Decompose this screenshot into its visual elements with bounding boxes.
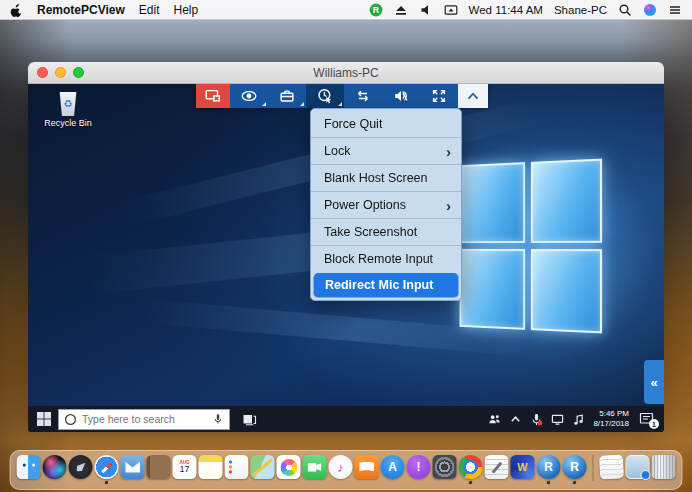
dropdown-indicator-icon — [262, 102, 266, 106]
dock-icon-siri[interactable] — [43, 455, 67, 479]
volume-icon[interactable] — [419, 3, 433, 17]
calendar-day: 17 — [179, 465, 189, 474]
window-titlebar[interactable]: Williams-PC — [28, 62, 664, 84]
dock-icon-launchpad[interactable] — [69, 455, 93, 479]
transfer-button[interactable] — [344, 84, 382, 108]
close-button[interactable] — [37, 67, 48, 78]
menu-item-label: Blank Host Screen — [324, 171, 451, 185]
dock-icon-remotepc-1[interactable]: R — [537, 455, 561, 479]
dock-icon-notes[interactable] — [199, 455, 223, 479]
dock-icon-documents-stack[interactable] — [599, 454, 624, 479]
dock: AUG17♪A!WRR — [10, 450, 683, 490]
actions-icon — [316, 87, 334, 105]
audio-muted-button[interactable] — [382, 84, 420, 108]
remote-toolbar — [196, 84, 488, 108]
dock-icon-minimized-window[interactable] — [626, 455, 650, 479]
remote-desktop-view[interactable]: ♻ Recycle Bin Force QuitLock›Blank Host … — [28, 84, 664, 432]
menubar-menu-help[interactable]: Help — [174, 3, 199, 17]
side-panel-toggle[interactable]: « — [644, 360, 664, 404]
menu-item-label: Block Remote Input — [324, 252, 451, 266]
menu-item-power-options[interactable]: Power Options› — [311, 191, 461, 218]
running-indicator — [105, 481, 108, 484]
mic-alert-icon[interactable] — [530, 413, 543, 426]
dock-icon-itunes[interactable]: ♪ — [329, 455, 353, 479]
menu-item-lock[interactable]: Lock› — [311, 137, 461, 164]
running-indicator — [573, 481, 576, 484]
dock-divider — [593, 455, 594, 481]
dock-icon-finder[interactable] — [17, 455, 41, 479]
dock-icon-w-app[interactable]: W — [511, 455, 535, 479]
actions-menu: Force QuitLock›Blank Host ScreenPower Op… — [310, 108, 462, 301]
search-icon[interactable] — [618, 3, 632, 17]
dock-icon-remotepc-2[interactable]: R — [563, 455, 587, 479]
people-icon[interactable] — [488, 413, 501, 426]
dock-glyph: R — [544, 461, 553, 473]
running-indicator — [469, 481, 472, 484]
chevron-left-double-icon: « — [650, 375, 657, 390]
transfer-icon — [354, 87, 372, 105]
menubar-menu-edit[interactable]: Edit — [139, 3, 160, 17]
taskbar-search[interactable] — [58, 409, 230, 430]
recycle-bin[interactable]: ♻ Recycle Bin — [38, 92, 98, 128]
dock-icon-mail[interactable] — [121, 455, 145, 479]
traffic-lights — [37, 62, 84, 83]
cortana-icon — [64, 413, 77, 426]
menu-item-take-screenshot[interactable]: Take Screenshot — [311, 218, 461, 245]
dock-icon-app-store[interactable]: A — [381, 455, 405, 479]
dock-icon-trash[interactable] — [652, 455, 676, 479]
hidden-icons-icon[interactable] — [509, 413, 522, 426]
menubar-clock[interactable]: Wed 11:44 AM — [469, 4, 543, 16]
submenu-arrow-icon: › — [446, 198, 451, 213]
dock-icon-photos[interactable] — [277, 455, 301, 479]
tools-button[interactable] — [268, 84, 306, 108]
actions-button[interactable] — [306, 84, 344, 108]
notification-list-icon[interactable] — [668, 3, 682, 17]
taskbar-time: 5:46 PM — [599, 409, 629, 418]
taskbar-clock[interactable]: 5:46 PM 8/17/2018 — [593, 409, 629, 428]
zoom-button[interactable] — [73, 67, 84, 78]
windows-taskbar: 5:46 PM 8/17/2018 1 — [28, 406, 664, 432]
windows-logo — [460, 159, 602, 334]
menubar-menus: EditHelp — [139, 3, 198, 17]
dock-icon-calendar[interactable]: AUG17 — [173, 455, 197, 479]
dock-glyph: ♪ — [337, 461, 344, 474]
display-icon[interactable] — [551, 413, 564, 426]
menu-item-force-quit[interactable]: Force Quit — [311, 110, 461, 137]
minimize-button[interactable] — [55, 67, 66, 78]
view-button[interactable] — [230, 84, 268, 108]
dock-icon-ibooks[interactable] — [355, 455, 379, 479]
action-center-button[interactable]: 1 — [639, 412, 654, 426]
taskbar-tray: 5:46 PM 8/17/2018 1 — [488, 409, 658, 428]
display-mirror-icon[interactable] — [444, 3, 458, 17]
menu-item-redirect-mic-input[interactable]: Redirect Mic Input — [313, 273, 459, 298]
windows-logo-pane — [460, 249, 526, 330]
menu-item-label: Take Screenshot — [324, 225, 451, 239]
remotepc-status-icon[interactable]: R — [369, 3, 383, 17]
start-button[interactable] — [36, 411, 52, 427]
dock-glyph: ! — [417, 461, 421, 473]
dock-icon-facetime[interactable] — [303, 455, 327, 479]
menu-item-block-remote-input[interactable]: Block Remote Input — [311, 245, 461, 272]
dock-icon-system-preferences[interactable] — [433, 455, 457, 479]
dock-icon-chrome[interactable] — [459, 455, 483, 479]
dock-icon-contacts[interactable] — [147, 455, 171, 479]
audio-icon[interactable] — [572, 413, 585, 426]
dock-icon-safari[interactable] — [95, 455, 119, 479]
search-mic-icon[interactable] — [212, 413, 224, 425]
collapse-toolbar-button[interactable] — [458, 84, 488, 108]
search-input[interactable] — [82, 413, 207, 425]
menubar-app-name[interactable]: RemotePCView — [37, 3, 125, 17]
menubar-host-label[interactable]: Shane-PC — [554, 4, 607, 16]
dock-icon-feedback[interactable]: ! — [407, 455, 431, 479]
eject-icon[interactable] — [394, 3, 408, 17]
dock-icon-reminders[interactable] — [225, 455, 249, 479]
siri-icon[interactable] — [643, 3, 657, 17]
fullscreen-button[interactable] — [420, 84, 458, 108]
menu-item-blank-host-screen[interactable]: Blank Host Screen — [311, 164, 461, 191]
dock-icon-maps[interactable] — [251, 455, 275, 479]
apple-logo-icon[interactable] — [10, 3, 23, 17]
task-view-button[interactable] — [242, 412, 257, 427]
disconnect-button[interactable] — [196, 84, 230, 108]
dock-icon-textedit[interactable] — [485, 455, 509, 479]
dock-glyph: A — [388, 461, 397, 473]
